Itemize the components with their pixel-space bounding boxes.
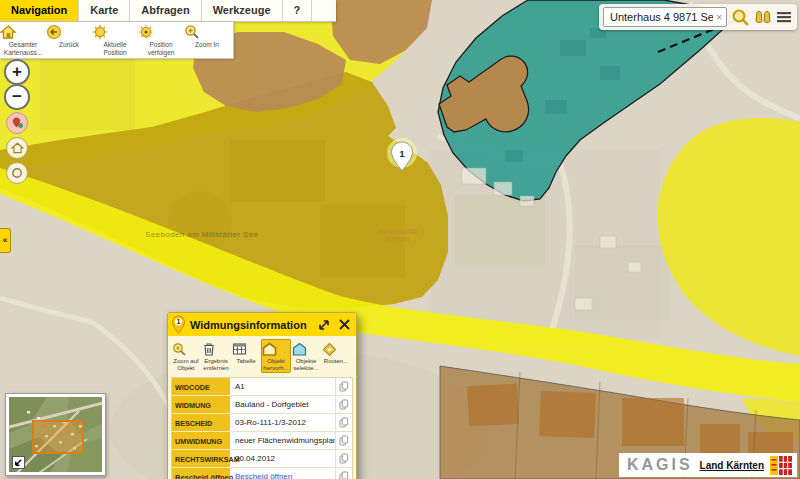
search-button[interactable]: [731, 8, 750, 27]
search-bar: Unterhaus 4 9871 See ×: [599, 4, 797, 30]
copy-button[interactable]: [335, 396, 352, 414]
tab-help[interactable]: ?: [283, 0, 313, 21]
circle-icon: [11, 167, 23, 179]
circle-select-button[interactable]: [6, 162, 28, 184]
arrow-southwest-icon: [14, 458, 23, 467]
search-input[interactable]: Unterhaus 4 9871 See ×: [603, 7, 727, 27]
attribute-table: WIDCODE A1 WIDMUNG Bauland - Dorfgebiet …: [171, 377, 353, 479]
map-canvas[interactable]: Seeboden am Millstätter See 1: [0, 0, 800, 479]
kagis-logo: KAGIS Land Kärnten: [619, 453, 797, 477]
select-objects-icon: [292, 342, 320, 357]
route-icon: [322, 342, 350, 357]
map-place-label: Seeboden am Millstätter See: [145, 230, 259, 239]
trash-icon: [202, 342, 230, 357]
tab-karte[interactable]: Karte: [79, 0, 130, 21]
copy-icon: [339, 453, 349, 464]
app-window: Seeboden am Millstätter See 1 Navigation…: [0, 0, 800, 479]
zoom-in-button[interactable]: Zoom In: [184, 22, 230, 58]
table-button[interactable]: Tabelle: [231, 339, 261, 373]
copy-icon: [339, 435, 349, 446]
zoom-out-map-button[interactable]: −: [4, 84, 30, 110]
select-objects-button[interactable]: Objekte selektie...: [291, 339, 321, 373]
table-row: WIDCODE A1: [172, 378, 352, 396]
popup-expand-button[interactable]: [317, 318, 331, 332]
kaernten-flag-icon: [770, 456, 792, 475]
remove-result-button[interactable]: Ergebnis entfernen: [201, 339, 231, 373]
copy-button[interactable]: [335, 450, 352, 468]
tab-navigation[interactable]: Navigation: [0, 0, 79, 21]
gps-pin-icon: [12, 117, 23, 129]
copy-button[interactable]: [335, 468, 352, 479]
overview-extent-box[interactable]: [33, 421, 83, 453]
home-extent-button[interactable]: [6, 137, 28, 159]
track-position-icon: [138, 24, 184, 40]
back-button[interactable]: Zurück: [46, 22, 92, 58]
copy-icon: [339, 417, 349, 428]
home-icon: [11, 142, 24, 154]
back-icon: [46, 24, 92, 40]
search-menu-button[interactable]: [776, 10, 792, 24]
track-position-button[interactable]: Position verfolgen: [138, 22, 184, 58]
clear-search-icon[interactable]: ×: [713, 12, 722, 23]
popup-toolbar: Zoom auf Objekt Ergebnis entfernen Tabel…: [168, 336, 356, 375]
full-extent-button[interactable]: Gesamter Kartenauss...: [0, 22, 46, 58]
gps-position-button[interactable]: [6, 112, 28, 134]
svg-text:1: 1: [177, 318, 181, 325]
search-icon: [731, 8, 750, 27]
highlight-object-button[interactable]: Objekt hervorh...: [261, 339, 291, 373]
search-value: Unterhaus 4 9871 See: [610, 11, 713, 23]
table-icon: [232, 342, 260, 357]
table-row: BESCHEID 03-Ro-111-1/3-2012: [172, 414, 352, 432]
popup-marker-icon: 1: [171, 315, 186, 335]
main-menubar: Navigation Karte Abfragen Werkzeuge ?: [0, 0, 336, 22]
hamburger-icon: [776, 10, 792, 24]
table-row: Bescheid öffnen Bescheid öffnen: [172, 468, 352, 479]
zoom-to-object-button[interactable]: Zoom auf Objekt: [171, 339, 201, 373]
table-row: WIDMUNG Bauland - Dorfgebiet: [172, 396, 352, 414]
copy-button[interactable]: [335, 414, 352, 432]
route-button[interactable]: Routen...: [321, 339, 351, 373]
copy-icon: [339, 471, 349, 479]
zoom-object-icon: [172, 342, 200, 357]
map-zoom-controls: + −: [4, 59, 32, 184]
tab-werkzeuge[interactable]: Werkzeuge: [202, 0, 283, 21]
navigation-toolbar: Gesamter Kartenauss... Zurück Aktuelle P…: [0, 22, 234, 59]
overview-map[interactable]: [5, 393, 106, 476]
table-row: UMWIDMUNG neuer Flächenwidmungsplan: [172, 432, 352, 450]
panel-collapse-tab[interactable]: «: [0, 228, 11, 253]
land-kaernten-link[interactable]: Land Kärnten: [700, 460, 764, 471]
kagis-wordmark: KAGIS: [627, 456, 693, 474]
binoculars-icon: [754, 9, 772, 26]
copy-button[interactable]: [335, 378, 352, 396]
current-position-button[interactable]: Aktuelle Position: [92, 22, 138, 58]
copy-icon: [339, 381, 349, 392]
popup-titlebar[interactable]: 1 Widmungsinformation: [168, 313, 356, 336]
popup-close-button[interactable]: [338, 318, 351, 331]
overview-collapse-button[interactable]: [12, 456, 25, 469]
zoom-in-map-button[interactable]: +: [4, 59, 30, 85]
copy-button[interactable]: [335, 432, 352, 450]
locate-results-button[interactable]: [754, 9, 772, 26]
popup-title: Widmungsinformation: [190, 319, 317, 331]
expand-icon: [317, 318, 331, 332]
zoom-in-icon: [184, 24, 230, 40]
widmungsinformation-popup: 1 Widmungsinformation Zoom auf Objekt: [167, 312, 357, 479]
tab-abfragen[interactable]: Abfragen: [130, 0, 201, 21]
copy-icon: [339, 399, 349, 410]
current-position-icon: [92, 24, 138, 40]
svg-text:1: 1: [399, 149, 404, 159]
highlight-object-icon: [262, 342, 290, 357]
close-icon: [338, 318, 351, 331]
full-extent-icon: [0, 24, 46, 40]
bescheid-link[interactable]: Bescheid öffnen: [230, 468, 335, 479]
table-row: RECHTSWIRKSAM 20.04.2012: [172, 450, 352, 468]
